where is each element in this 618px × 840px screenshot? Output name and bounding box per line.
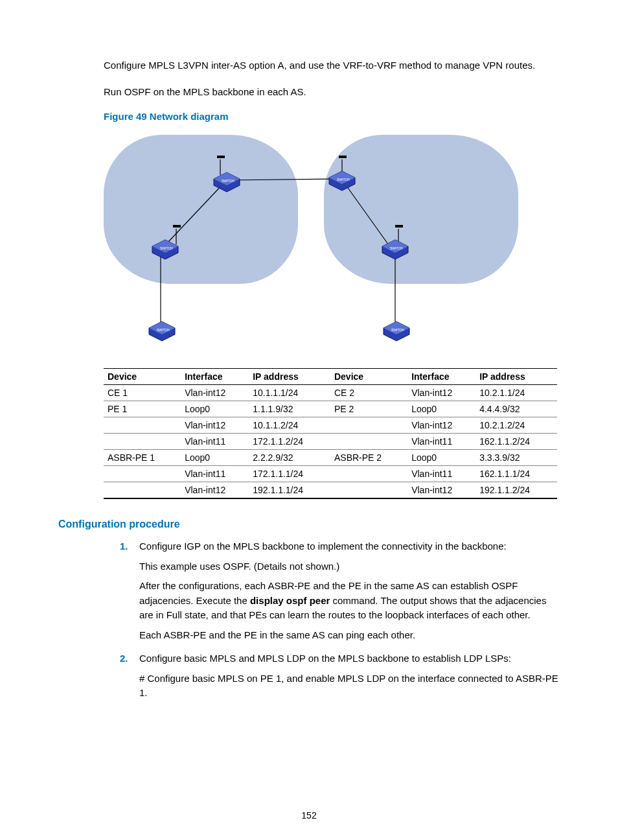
th-device: Device — [330, 369, 407, 385]
svg-rect-12 — [395, 225, 403, 228]
switch-icon: SWITCH — [152, 240, 178, 259]
svg-text:SWITCH: SWITCH — [160, 246, 173, 250]
svg-rect-10 — [173, 225, 181, 228]
table-row: Vlan-int11172.1.1.1/24Vlan-int11162.1.1.… — [104, 466, 557, 482]
th-interface: Interface — [407, 369, 475, 385]
th-device: Device — [104, 369, 181, 385]
svg-text:SWITCH: SWITCH — [390, 246, 403, 250]
figure-title: Figure 49 Network diagram — [104, 111, 560, 122]
table-row: Vlan-int12192.1.1.1/24Vlan-int12192.1.1.… — [104, 482, 557, 499]
svg-line-0 — [227, 179, 340, 180]
step-1-lead: Configure IGP on the MPLS backbone to im… — [139, 541, 507, 552]
switch-icon: SWITCH — [149, 321, 175, 341]
th-ip: IP address — [249, 369, 330, 385]
step-1-p2: After the configurations, each ASBR-PE a… — [139, 579, 560, 623]
diagram-svg: SWITCH SWITCH SWITCH SWITCH SWITCH SWITC… — [104, 128, 557, 355]
table-row: Vlan-int11172.1.1.2/24Vlan-int11162.1.1.… — [104, 434, 557, 450]
section-title: Configuration procedure — [58, 519, 560, 530]
step-2-lead: Configure basic MPLS and MPLS LDP on the… — [139, 653, 511, 664]
intro-p2: Run OSPF on the MPLS backbone in each AS… — [104, 85, 560, 100]
table-row: PE 1Loop01.1.1.9/32PE 2Loop04.4.4.9/32 — [104, 401, 557, 417]
intro-block: Configure MPLS L3VPN inter-AS option A, … — [58, 58, 560, 99]
cmd-display-ospf-peer: display ospf peer — [250, 595, 330, 606]
svg-text:SWITCH: SWITCH — [391, 328, 404, 332]
switch-icon: SWITCH — [382, 240, 408, 259]
table-row: Vlan-int1210.1.1.2/24Vlan-int1210.2.1.2/… — [104, 417, 557, 434]
step-2-p1: # Configure basic MPLS on PE 1, and enab… — [139, 671, 560, 701]
page-number: 152 — [0, 810, 618, 821]
svg-rect-6 — [217, 156, 225, 158]
switch-icon: SWITCH — [329, 171, 355, 191]
step-1: Configure IGP on the MPLS backbone to im… — [120, 539, 560, 642]
svg-text:SWITCH: SWITCH — [222, 179, 235, 183]
intro-p1: Configure MPLS L3VPN inter-AS option A, … — [104, 58, 560, 73]
step-2: Configure basic MPLS and MPLS LDP on the… — [120, 651, 560, 701]
th-interface: Interface — [181, 369, 249, 385]
step-1-p3: Each ASBR-PE and the PE in the same AS c… — [139, 628, 560, 643]
svg-text:SWITCH: SWITCH — [337, 178, 350, 181]
svg-text:SWITCH: SWITCH — [157, 328, 170, 332]
table-row: CE 1Vlan-int1210.1.1.1/24CE 2Vlan-int121… — [104, 385, 557, 401]
switch-icon: SWITCH — [383, 321, 409, 341]
svg-line-3 — [343, 181, 389, 245]
switch-icon: SWITCH — [214, 172, 240, 192]
svg-line-1 — [168, 183, 223, 242]
interface-table: Device Interface IP address Device Inter… — [104, 368, 557, 499]
network-diagram: SWITCH SWITCH SWITCH SWITCH SWITCH SWITC… — [104, 128, 557, 355]
svg-rect-8 — [339, 156, 347, 158]
step-1-p1: This example uses OSPF. (Details not sho… — [139, 559, 560, 574]
th-ip: IP address — [475, 369, 557, 385]
table-row: ASBR-PE 1Loop02.2.2.9/32ASBR-PE 2Loop03.… — [104, 450, 557, 466]
